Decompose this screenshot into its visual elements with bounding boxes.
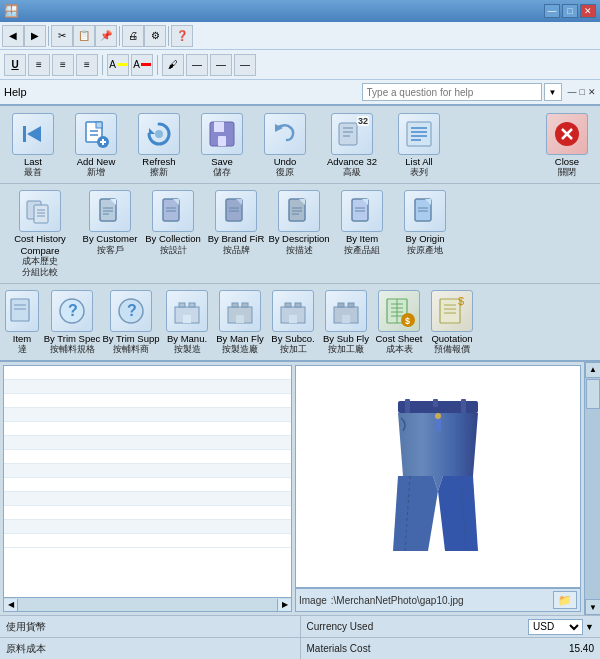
tb-forward[interactable]: ▶	[24, 25, 46, 47]
horizontal-scrollbar[interactable]: ◀ ▶	[3, 598, 292, 612]
minimize-button[interactable]: —	[544, 4, 560, 18]
scroll-down-button[interactable]: ▼	[585, 599, 600, 615]
last-label-zh: 最首	[24, 167, 42, 178]
by-collection-icon	[152, 190, 194, 232]
scroll-thumb[interactable]	[586, 379, 600, 409]
list-item[interactable]	[4, 464, 291, 478]
list-item[interactable]	[4, 408, 291, 422]
last-icon	[12, 113, 54, 155]
by-customer-label-zh: 按客戶	[97, 245, 124, 256]
tb-dash2[interactable]: —	[210, 54, 232, 76]
by-item-button[interactable]: By Item 按產品組	[331, 186, 393, 280]
tb-align-center[interactable]: ≡	[52, 54, 74, 76]
separator	[119, 26, 120, 46]
scroll-left-btn[interactable]: ◀	[4, 599, 18, 611]
image-label: Image	[299, 595, 327, 606]
list-item[interactable]	[4, 506, 291, 520]
data-list[interactable]	[3, 365, 292, 598]
tb-print[interactable]: 🖨	[122, 25, 144, 47]
list-item[interactable]	[4, 520, 291, 534]
last-button[interactable]: Last 最首	[2, 109, 64, 181]
cost-history-button[interactable]: Cost History Compare 成本歷史 分組比較	[2, 186, 78, 280]
by-subco-button[interactable]: By Subco. 按加工	[267, 286, 319, 358]
save-button[interactable]: Save 儲存	[191, 109, 253, 181]
browse-image-button[interactable]: 📁	[553, 591, 577, 609]
tb-underline[interactable]: U	[4, 54, 26, 76]
maximize-button[interactable]: □	[562, 4, 578, 18]
tb-cut[interactable]: ✂	[51, 25, 73, 47]
cost-sheet-button[interactable]: $ Cost Sheet 成本表	[373, 286, 425, 358]
svg-point-11	[155, 130, 163, 138]
refresh-button[interactable]: Refresh 擦新	[128, 109, 190, 181]
cost-history-label-zh: 成本歷史	[22, 256, 58, 267]
list-item[interactable]	[4, 380, 291, 394]
list-item[interactable]	[4, 366, 291, 380]
by-brand-button[interactable]: By Brand FiR 按品牌	[205, 186, 267, 280]
list-item[interactable]	[4, 534, 291, 548]
list-item[interactable]	[4, 450, 291, 464]
tb-dash3[interactable]: —	[234, 54, 256, 76]
tb-align-right[interactable]: ≡	[76, 54, 98, 76]
help-minimize[interactable]: —	[568, 87, 577, 97]
by-man-fly-button[interactable]: By Man Fly 按製造廠	[214, 286, 266, 358]
tb-settings[interactable]: ⚙	[144, 25, 166, 47]
by-trim-spec-label-en: By Trim Spec	[44, 333, 101, 344]
by-subco-icon	[272, 290, 314, 332]
svg-rect-59	[11, 299, 29, 321]
tb-copy[interactable]: 📋	[73, 25, 95, 47]
scroll-right-btn[interactable]: ▶	[277, 599, 291, 611]
by-manu-button[interactable]: By Manu. 按製造	[161, 286, 213, 358]
icon-section-3: Item 達 ? By Trim Spec 按輔料規格	[0, 284, 600, 362]
currency-zh-label: 使用貨幣	[6, 620, 61, 634]
by-customer-button[interactable]: By Customer 按客戶	[79, 186, 141, 280]
currency-dropdown-arrow[interactable]: ▼	[585, 622, 594, 632]
tb-paint[interactable]: 🖌	[162, 54, 184, 76]
list-item[interactable]	[4, 478, 291, 492]
by-trim-spec-button[interactable]: ? By Trim Spec 按輔料規格	[43, 286, 101, 358]
add-new-button[interactable]: Add New 新增	[65, 109, 127, 181]
by-item-icon	[341, 190, 383, 232]
by-trim-supp-button[interactable]: ? By Trim Supp 按輔料商	[102, 286, 160, 358]
svg-rect-71	[232, 303, 238, 307]
list-item[interactable]	[4, 492, 291, 506]
by-collection-button[interactable]: By Collection 按設計	[142, 186, 204, 280]
advance-button[interactable]: 32 Advance 32 高級	[317, 109, 387, 181]
by-description-label-zh: 按描述	[286, 245, 313, 256]
item-label-en: Item	[13, 333, 31, 344]
tb-help[interactable]: ❓	[171, 25, 193, 47]
svg-text:?: ?	[68, 302, 78, 319]
svg-rect-98	[461, 399, 466, 413]
help-close[interactable]: ✕	[588, 87, 596, 97]
quotation-button[interactable]: $ Quotation 預備報價	[426, 286, 478, 358]
svg-rect-90	[440, 299, 460, 323]
list-item[interactable]	[4, 422, 291, 436]
tb-align-left[interactable]: ≡	[28, 54, 50, 76]
list-item[interactable]	[4, 394, 291, 408]
close-button[interactable]: ✕	[580, 4, 596, 18]
main-scrollbar[interactable]: ▲ ▼	[584, 362, 600, 615]
list-all-label-zh: 表列	[410, 167, 428, 178]
undo-button[interactable]: Undo 復原	[254, 109, 316, 181]
by-sub-fly-button[interactable]: By Sub Fly 按加工廠	[320, 286, 372, 358]
tb-bg-color[interactable]: A	[107, 54, 129, 76]
advance-label-zh: 高級	[343, 167, 361, 178]
tb-paste[interactable]: 📌	[95, 25, 117, 47]
tb-font-color[interactable]: A	[131, 54, 153, 76]
add-new-label-zh: 新增	[87, 167, 105, 178]
item-button[interactable]: Item 達	[2, 286, 42, 358]
scroll-up-button[interactable]: ▲	[585, 362, 600, 378]
list-all-button[interactable]: List All 表列	[388, 109, 450, 181]
help-restore[interactable]: □	[580, 87, 585, 97]
by-manu-label-en: By Manu.	[167, 333, 207, 344]
currency-select[interactable]: USD HKD EUR CNY	[528, 619, 583, 635]
svg-text:$: $	[405, 316, 410, 326]
tb-back[interactable]: ◀	[2, 25, 24, 47]
by-origin-button[interactable]: By Origin 按原產地	[394, 186, 456, 280]
tb-dash1[interactable]: —	[186, 54, 208, 76]
by-description-button[interactable]: By Description 按描述	[268, 186, 330, 280]
help-search-input[interactable]	[362, 83, 542, 101]
help-dropdown-btn[interactable]: ▼	[544, 83, 562, 101]
close-main-button[interactable]: Close 關閉	[536, 109, 598, 181]
list-item[interactable]	[4, 436, 291, 450]
svg-rect-68	[189, 303, 195, 307]
